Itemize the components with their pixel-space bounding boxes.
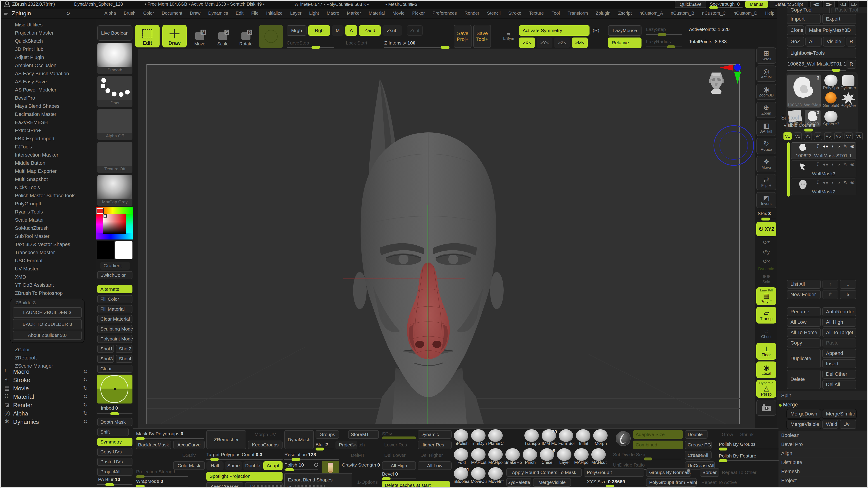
duplicate-button[interactable]: Duplicate <box>787 349 821 368</box>
paste-button[interactable]: Paste <box>822 338 856 348</box>
subtool-item-active[interactable]: ↧●●◐◑✎◉ 100623_WolfMask.ST01-1 <box>791 142 856 159</box>
plugin-menu-item[interactable]: FJTools <box>0 143 75 151</box>
del-lower-button[interactable]: Del Lower <box>382 451 416 459</box>
plugin-menu-item[interactable]: Polish Master Surface tools <box>0 192 75 200</box>
weld-button[interactable]: Weld <box>822 420 838 429</box>
shelf-button[interactable]: ↻ Rotate <box>756 138 776 154</box>
active-tool-thumbnail[interactable]: 3 100623_WolfMas <box>787 74 821 107</box>
wrapmode-knob[interactable] <box>136 485 145 488</box>
plugin-menu-item[interactable]: Middle Button <box>0 159 75 167</box>
polygroupit-button[interactable]: PolyGroupIt <box>584 468 644 477</box>
plugin-menu-item[interactable]: EaZyREMESH <box>0 119 75 127</box>
repeat-to-active-button[interactable]: Repeat To Active <box>700 478 738 487</box>
palette-reload-icon[interactable]: ↻ <box>83 393 88 400</box>
same-button[interactable]: Same <box>225 461 242 470</box>
menu-item[interactable]: Preferences <box>432 11 457 16</box>
copy-tool-button[interactable]: Copy Tool <box>787 7 830 13</box>
all-low-button[interactable]: All Low <box>787 318 821 327</box>
polish-by-groups-knob[interactable] <box>719 448 727 451</box>
section-row[interactable]: Align <box>777 449 867 458</box>
higher-res-button[interactable]: Higher Res <box>418 441 452 449</box>
brush-thumb[interactable]: 21nBoolea <box>454 467 469 484</box>
spotlight-dial-icon[interactable] <box>616 431 631 446</box>
shift-button[interactable]: Shift <box>97 428 129 436</box>
plugin-menu-item[interactable]: BevelPro <box>0 94 75 102</box>
clear-button[interactable]: Clear <box>97 365 132 373</box>
section-row[interactable]: Bevel Pro <box>777 440 867 449</box>
menu-item[interactable]: Macro <box>326 11 340 16</box>
mask-slider[interactable] <box>136 438 204 439</box>
pablur-knob[interactable] <box>105 483 114 486</box>
polish-by-groups-slider[interactable] <box>719 449 779 449</box>
subtool-icons[interactable]: ↧●●◐◑✎◉ <box>816 143 854 149</box>
mergevisible-button-b[interactable]: MergeVisible <box>533 478 571 487</box>
savetool-button[interactable]: Save Tool+ <box>473 25 491 48</box>
brush-thumb[interactable]: Transpo <box>524 429 540 446</box>
merge-section-label[interactable]: Merge <box>783 402 798 408</box>
palette-reload-icon[interactable]: ↻ <box>83 385 88 391</box>
move-button[interactable]: MMove <box>189 29 210 46</box>
shot2-button[interactable]: Shot2 <box>116 345 132 353</box>
switch-button[interactable]: Switch <box>348 441 379 449</box>
tool-thumb-sphere3[interactable]: Sphere3 <box>823 111 839 127</box>
palette-reload-icon[interactable]: ↻ <box>83 418 88 425</box>
shelf-button[interactable]: ◩ Invers <box>756 192 776 208</box>
paste-uvs-button[interactable]: Paste UVs <box>97 458 132 466</box>
split-section[interactable]: Split <box>777 391 867 400</box>
storemt-button[interactable]: StoreMT <box>348 430 379 439</box>
bottom-scrollbar[interactable]: ▲▼ <box>254 485 325 488</box>
rename-button[interactable]: Rename <box>787 307 821 316</box>
m-button[interactable]: M <box>332 25 344 36</box>
plugin-menu-item[interactable]: AS Easy Save <box>0 78 75 86</box>
quicksave-button[interactable]: QuickSave <box>675 1 706 8</box>
tool-knob[interactable] <box>832 69 840 72</box>
menus-button[interactable]: Menus <box>745 1 768 8</box>
groups-button[interactable]: Groups <box>315 430 339 439</box>
dsdiv-button[interactable]: DSDiv <box>173 451 205 459</box>
zremesher-button[interactable]: ZRemesher <box>206 430 246 449</box>
menu-item[interactable]: Brush <box>123 11 136 16</box>
mrgb-button[interactable]: Mrgb <box>287 25 307 36</box>
delete-caches-button[interactable]: Delete caches at start <box>382 481 450 488</box>
draw-button[interactable]: Draw <box>162 25 187 47</box>
plugin-menu-item[interactable]: UV Master <box>0 265 75 273</box>
imbed-knob[interactable] <box>110 412 119 415</box>
export-button[interactable]: Export <box>822 14 856 24</box>
dynamic-button[interactable]: Dynamic <box>418 430 452 439</box>
xyz-size-slider[interactable] <box>587 486 645 486</box>
section-row[interactable]: Distribute <box>777 458 867 467</box>
brush-thumb[interactable]: MAHpol <box>574 448 590 465</box>
spotlight-projection-button[interactable]: Spotlight Projection <box>206 472 283 481</box>
zintensity-slider[interactable] <box>384 47 450 48</box>
visibility-tab[interactable]: V4 <box>814 132 822 140</box>
subtool-item[interactable]: ↧●●◐◑✎◉ WolfMask2 <box>791 178 856 195</box>
menu-item[interactable]: Material <box>368 11 385 16</box>
menu-item[interactable]: Texture <box>528 11 544 16</box>
saveproj-button[interactable]: Save Proj+ <box>454 25 471 48</box>
sdiv-slider[interactable] <box>382 436 416 439</box>
shelf-button[interactable]: ◉ Zoom3D <box>756 84 776 100</box>
visibility-tab[interactable]: V5 <box>824 132 832 140</box>
syspalette-button[interactable]: SysPalette <box>506 478 531 487</box>
plugin-menu-item[interactable]: Multi Map Exporter <box>0 167 75 175</box>
ghost-button[interactable]: ◌Ghost <box>756 325 776 341</box>
menu-item[interactable]: Help <box>765 11 775 16</box>
polish-backtrack-dot[interactable] <box>314 463 318 467</box>
curvestep-slider[interactable] <box>287 47 334 48</box>
polish-knob[interactable] <box>285 468 294 471</box>
visible-count-knob[interactable] <box>804 129 813 131</box>
tool-thumb-cylinder[interactable]: Cylinder <box>840 74 856 90</box>
plugin-menu-item[interactable]: YT GoB Assistant <box>0 281 75 289</box>
subtool-icons[interactable]: ↧●●◐◑✎◉ <box>816 162 854 167</box>
current-texture-tile[interactable]: Texture Off <box>97 142 132 173</box>
rotate-x-button[interactable]: ↺x <box>756 257 776 266</box>
launch-zbuilder-button[interactable]: LAUNCH ZBUILDER 3 <box>13 307 82 318</box>
clone-button[interactable]: Clone <box>787 25 804 35</box>
brush-thumb[interactable]: MAHcut <box>471 448 487 465</box>
shelf-button[interactable]: ◎ Actual <box>756 66 776 82</box>
plugin-menu-item[interactable]: Intersection Masker <box>0 151 75 159</box>
list-all-button[interactable]: List All <box>787 280 821 289</box>
del-other-button[interactable]: Del Other <box>822 369 856 379</box>
mergedown-button[interactable]: MergeDown <box>787 410 821 418</box>
live-boolean-button[interactable]: Live Boolean <box>97 25 132 41</box>
